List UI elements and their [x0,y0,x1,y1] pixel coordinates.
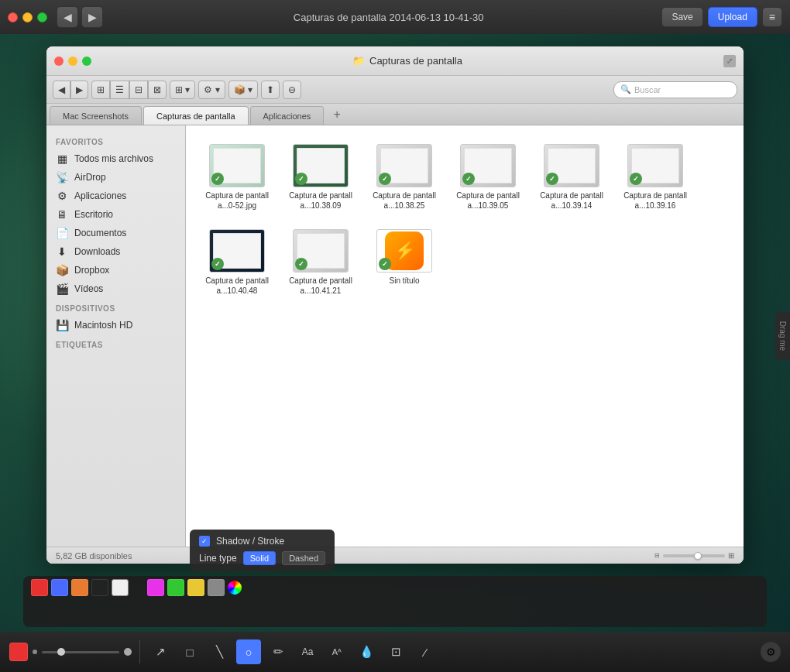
nav-buttons: ◀ ▶ [57,6,103,28]
file-item-5[interactable]: ✓ Captura de pantalla...10.39.16 [617,138,694,217]
bt-settings-button[interactable]: ⚙ [761,642,781,662]
dashed-button[interactable]: Dashed [282,551,325,565]
videos-icon: 🎬 [56,283,68,295]
tab-mac-screenshots[interactable]: Mac Screenshots [50,106,142,125]
bt-arrow-tool[interactable]: ↗ [148,639,173,664]
bt-color-red[interactable] [9,643,28,661]
bt-line-tool[interactable]: ╲ [207,639,232,664]
sidebar: FAVORITOS ▦ Todos mis archivos 📡 AirDrop… [46,125,186,547]
sidebar-item-aplicaciones-label: Aplicaciones [74,190,126,201]
search-box[interactable]: 🔍 Buscar [613,81,737,98]
color-picker[interactable] [228,581,242,595]
upload-button[interactable]: Upload [708,7,757,27]
sidebar-section-etiquetas: ETIQUETAS [46,334,185,352]
sidebar-toggle-back[interactable]: ◀ [53,81,70,99]
window-zoom-button[interactable]: ⤢ [723,55,736,67]
bt-oval-tool[interactable]: ○ [236,639,261,664]
solid-button[interactable]: Solid [243,551,276,565]
color-gray[interactable] [208,579,225,596]
bt-crop-tool[interactable]: ⊡ [383,639,408,664]
file-name-4: Captura de pantalla...10.39.14 [536,190,607,211]
file-item-0[interactable]: ✓ Captura de pantalla...0-52.jpg [198,138,276,217]
tab-capturas[interactable]: Capturas de pantalla [143,106,249,125]
sidebar-item-dropbox-label: Dropbox [74,265,109,276]
edit-tags-btn[interactable]: ⊖ [283,81,301,99]
bt-stroke-slider[interactable] [42,651,119,653]
zoom-slider-track[interactable] [663,554,725,557]
bt-stroke-thumb[interactable] [57,648,65,656]
file-item-7[interactable]: ✓ Captura de pantalla...10.41.21 [282,223,359,302]
arrange-btn[interactable]: ⊞ ▾ [170,81,195,99]
color-magenta[interactable] [147,579,164,596]
color-orange[interactable] [71,579,88,596]
tab-aplicaciones[interactable]: Aplicaciones [250,106,325,125]
back-button[interactable]: ◀ [57,6,78,28]
shadow-checkbox[interactable]: ✓ [199,536,210,547]
file-item-4[interactable]: ✓ Captura de pantalla...10.39.14 [533,138,610,217]
color-black[interactable] [91,579,108,596]
window-close[interactable] [54,57,64,66]
minimize-button[interactable] [22,12,33,22]
forward-button[interactable]: ▶ [81,6,103,28]
sidebar-item-airdrop[interactable]: 📡 AirDrop [46,168,185,187]
file-name-5: Captura de pantalla...10.39.16 [620,190,691,211]
color-red[interactable] [31,579,48,596]
menu-button[interactable]: ≡ [762,7,782,27]
sidebar-item-escritorio[interactable]: 🖥 Escritorio [46,205,185,224]
file-item-3[interactable]: ✓ Captura de pantalla...10.39.05 [449,138,527,217]
sidebar-item-aplicaciones[interactable]: ⚙ Aplicaciones [46,187,185,205]
list-view-btn[interactable]: ☰ [110,81,129,99]
shadow-row: ✓ Shadow / Stroke [199,536,325,547]
sidebar-toggle-forward[interactable]: ▶ [70,81,88,99]
color-white[interactable] [112,579,129,596]
file-item-1[interactable]: ✓ Captura de pantalla...10.38.09 [282,138,359,217]
window-minimize[interactable] [68,57,77,66]
bt-dropper-tool[interactable]: 💧 [354,639,379,664]
save-button[interactable]: Save [661,7,702,27]
zoom-slider-thumb[interactable] [694,552,702,560]
bt-rect-tool[interactable]: □ [177,639,202,664]
maximize-button[interactable] [37,12,47,22]
bt-dot-small [33,650,37,654]
coverflow-view-btn[interactable]: ⊠ [148,81,167,99]
file-grid: ✓ Captura de pantalla...0-52.jpg ✓ Captu… [186,125,744,547]
shadow-label: Shadow / Stroke [216,536,284,547]
bt-pencil-tool[interactable]: ⁄ [413,639,438,664]
file-name-8: Sin título [390,276,420,286]
file-name-3: Captura de pantalla...10.39.05 [452,190,524,211]
file-name-2: Captura de pantalla...10.38.25 [369,190,440,211]
sidebar-section-dispositivos: DISPOSITIVOS [46,298,185,316]
window-titlebar: 📁 Capturas de pantalla ⤢ [46,46,744,76]
bottom-toolbar: ↗ □ ╲ ○ ✏ Aa Aᴬ 💧 ⊡ ⁄ ⚙ [0,632,790,672]
icon-view-btn[interactable]: ⊞ [91,81,110,99]
window-toolbar: ◀ ▶ ⊞ ☰ ⊟ ⊠ ⊞ ▾ ⚙ ▾ 📦 ▾ ⬆ ⊖ 🔍 Buscar [46,76,744,104]
sidebar-item-videos[interactable]: 🎬 Vídeos [46,279,185,298]
sidebar-item-documentos[interactable]: 📄 Documentos [46,224,185,242]
sidebar-item-macintosh[interactable]: 💾 Macintosh HD [46,316,185,334]
bt-divider-1 [139,640,140,663]
bt-text-size-tool[interactable]: Aᴬ [325,639,349,664]
bt-pen-tool[interactable]: ✏ [266,639,290,664]
color-yellow[interactable] [187,579,204,596]
nav-group: ◀ ▶ [53,81,88,99]
file-item-8[interactable]: ⚡ ✓ Sin título [366,223,443,302]
sidebar-item-downloads[interactable]: ⬇ Downloads [46,242,185,261]
dropbox-btn[interactable]: 📦 ▾ [228,81,258,99]
share-btn[interactable]: ⬆ [261,81,280,99]
sidebar-item-todos[interactable]: ▦ Todos mis archivos [46,149,185,168]
drag-me-tab[interactable]: Drag me [775,312,790,360]
close-button[interactable] [8,12,18,22]
action-btn[interactable]: ⚙ ▾ [198,81,225,99]
downloads-icon: ⬇ [56,245,68,258]
column-view-btn[interactable]: ⊟ [129,81,148,99]
toolbar-actions: Save Upload ≡ [661,7,782,27]
status-slider[interactable]: ⊟ ⊞ [654,551,734,560]
file-item-6[interactable]: ✓ Captura de pantalla...10.40.48 [198,223,276,302]
sidebar-item-dropbox[interactable]: 📦 Dropbox [46,261,185,279]
color-green[interactable] [167,579,184,596]
tab-add-button[interactable]: + [328,106,345,123]
file-item-2[interactable]: ✓ Captura de pantalla...10.38.25 [366,138,443,217]
window-maximize[interactable] [82,57,91,66]
bt-text-tool[interactable]: Aa [295,639,320,664]
color-blue[interactable] [51,579,68,596]
